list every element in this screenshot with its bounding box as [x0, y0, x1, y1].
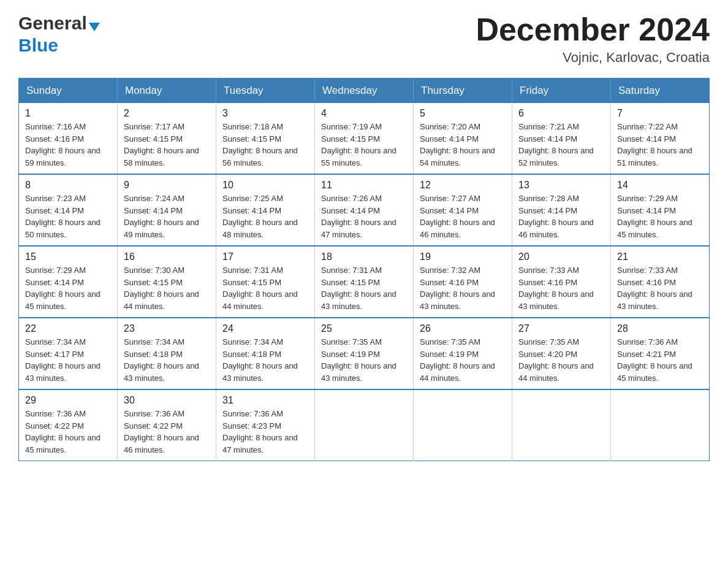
day-info: Sunrise: 7:22 AMSunset: 4:14 PMDaylight:… — [617, 122, 692, 167]
calendar-header-saturday: Saturday — [611, 79, 710, 104]
day-number: 6 — [518, 108, 604, 119]
calendar-cell: 13Sunrise: 7:28 AMSunset: 4:14 PMDayligh… — [512, 174, 611, 246]
day-number: 7 — [617, 108, 703, 119]
day-info: Sunrise: 7:31 AMSunset: 4:15 PMDaylight:… — [321, 266, 396, 311]
day-info: Sunrise: 7:32 AMSunset: 4:16 PMDaylight:… — [420, 266, 495, 311]
calendar-cell: 19Sunrise: 7:32 AMSunset: 4:16 PMDayligh… — [414, 246, 512, 318]
day-info: Sunrise: 7:21 AMSunset: 4:14 PMDaylight:… — [518, 122, 594, 167]
calendar-cell: 31Sunrise: 7:36 AMSunset: 4:23 PMDayligh… — [216, 389, 315, 461]
day-number: 1 — [25, 108, 111, 119]
day-info: Sunrise: 7:36 AMSunset: 4:22 PMDaylight:… — [25, 409, 100, 454]
day-info: Sunrise: 7:31 AMSunset: 4:15 PMDaylight:… — [222, 266, 298, 311]
calendar-cell: 15Sunrise: 7:29 AMSunset: 4:14 PMDayligh… — [19, 246, 118, 318]
day-info: Sunrise: 7:23 AMSunset: 4:14 PMDaylight:… — [25, 194, 100, 239]
day-info: Sunrise: 7:27 AMSunset: 4:14 PMDaylight:… — [420, 194, 495, 239]
day-number: 23 — [124, 323, 210, 334]
logo-arrow-icon — [89, 23, 100, 31]
day-info: Sunrise: 7:29 AMSunset: 4:14 PMDaylight:… — [617, 194, 692, 239]
day-info: Sunrise: 7:29 AMSunset: 4:14 PMDaylight:… — [25, 266, 100, 311]
calendar-cell — [611, 389, 710, 461]
day-number: 11 — [321, 180, 407, 191]
calendar-cell: 30Sunrise: 7:36 AMSunset: 4:22 PMDayligh… — [118, 389, 216, 461]
day-number: 18 — [321, 251, 407, 262]
calendar-cell: 10Sunrise: 7:25 AMSunset: 4:14 PMDayligh… — [216, 174, 315, 246]
day-number: 9 — [124, 180, 210, 191]
logo: General Blue — [18, 12, 100, 56]
calendar-cell: 27Sunrise: 7:35 AMSunset: 4:20 PMDayligh… — [512, 318, 611, 389]
calendar-cell: 17Sunrise: 7:31 AMSunset: 4:15 PMDayligh… — [216, 246, 315, 318]
day-info: Sunrise: 7:17 AMSunset: 4:15 PMDaylight:… — [124, 122, 199, 167]
calendar-cell: 22Sunrise: 7:34 AMSunset: 4:17 PMDayligh… — [19, 318, 118, 389]
day-info: Sunrise: 7:36 AMSunset: 4:22 PMDaylight:… — [124, 409, 199, 454]
day-info: Sunrise: 7:33 AMSunset: 4:16 PMDaylight:… — [518, 266, 594, 311]
day-number: 3 — [222, 108, 308, 119]
day-number: 13 — [518, 180, 604, 191]
page-header: General Blue December 2024 Vojnic, Karlo… — [18, 12, 710, 66]
day-number: 31 — [222, 395, 308, 406]
day-info: Sunrise: 7:18 AMSunset: 4:15 PMDaylight:… — [222, 122, 298, 167]
day-number: 28 — [617, 323, 703, 334]
day-info: Sunrise: 7:36 AMSunset: 4:21 PMDaylight:… — [617, 337, 692, 383]
day-number: 19 — [420, 251, 506, 262]
day-number: 15 — [25, 251, 111, 262]
day-info: Sunrise: 7:36 AMSunset: 4:23 PMDaylight:… — [222, 409, 298, 454]
calendar-cell: 20Sunrise: 7:33 AMSunset: 4:16 PMDayligh… — [512, 246, 611, 318]
day-number: 10 — [222, 180, 308, 191]
logo-general-line: General — [18, 12, 100, 34]
calendar-cell: 7Sunrise: 7:22 AMSunset: 4:14 PMDaylight… — [611, 103, 710, 174]
day-number: 29 — [25, 395, 111, 406]
calendar-cell — [512, 389, 611, 461]
day-number: 25 — [321, 323, 407, 334]
calendar-header-monday: Monday — [118, 79, 216, 104]
calendar-cell: 14Sunrise: 7:29 AMSunset: 4:14 PMDayligh… — [611, 174, 710, 246]
calendar-cell: 18Sunrise: 7:31 AMSunset: 4:15 PMDayligh… — [315, 246, 414, 318]
day-info: Sunrise: 7:20 AMSunset: 4:14 PMDaylight:… — [420, 122, 495, 167]
day-number: 27 — [518, 323, 604, 334]
calendar-cell: 3Sunrise: 7:18 AMSunset: 4:15 PMDaylight… — [216, 103, 315, 174]
day-info: Sunrise: 7:34 AMSunset: 4:18 PMDaylight:… — [222, 337, 298, 383]
day-number: 12 — [420, 180, 506, 191]
calendar-cell: 1Sunrise: 7:16 AMSunset: 4:16 PMDaylight… — [19, 103, 118, 174]
calendar-cell: 4Sunrise: 7:19 AMSunset: 4:15 PMDaylight… — [315, 103, 414, 174]
calendar-header-thursday: Thursday — [414, 79, 512, 104]
calendar-cell: 16Sunrise: 7:30 AMSunset: 4:15 PMDayligh… — [118, 246, 216, 318]
day-info: Sunrise: 7:34 AMSunset: 4:18 PMDaylight:… — [124, 337, 199, 383]
day-info: Sunrise: 7:16 AMSunset: 4:16 PMDaylight:… — [25, 122, 100, 167]
calendar-header-tuesday: Tuesday — [216, 79, 315, 104]
calendar-cell: 29Sunrise: 7:36 AMSunset: 4:22 PMDayligh… — [19, 389, 118, 461]
day-info: Sunrise: 7:33 AMSunset: 4:16 PMDaylight:… — [617, 266, 692, 311]
day-info: Sunrise: 7:34 AMSunset: 4:17 PMDaylight:… — [25, 337, 100, 383]
calendar-cell: 11Sunrise: 7:26 AMSunset: 4:14 PMDayligh… — [315, 174, 414, 246]
calendar-header-sunday: Sunday — [19, 79, 118, 104]
calendar-cell: 6Sunrise: 7:21 AMSunset: 4:14 PMDaylight… — [512, 103, 611, 174]
logo-blue-line: Blue — [18, 34, 100, 56]
calendar-cell — [315, 389, 414, 461]
calendar-cell: 9Sunrise: 7:24 AMSunset: 4:14 PMDaylight… — [118, 174, 216, 246]
day-number: 22 — [25, 323, 111, 334]
calendar-header-wednesday: Wednesday — [315, 79, 414, 104]
day-info: Sunrise: 7:28 AMSunset: 4:14 PMDaylight:… — [518, 194, 594, 239]
month-title: December 2024 — [476, 12, 710, 47]
title-section: December 2024 Vojnic, Karlovac, Croatia — [476, 12, 710, 66]
calendar-cell — [414, 389, 512, 461]
day-info: Sunrise: 7:35 AMSunset: 4:20 PMDaylight:… — [518, 337, 594, 383]
day-number: 17 — [222, 251, 308, 262]
day-number: 8 — [25, 180, 111, 191]
calendar-cell: 26Sunrise: 7:35 AMSunset: 4:19 PMDayligh… — [414, 318, 512, 389]
calendar-cell: 21Sunrise: 7:33 AMSunset: 4:16 PMDayligh… — [611, 246, 710, 318]
day-info: Sunrise: 7:19 AMSunset: 4:15 PMDaylight:… — [321, 122, 396, 167]
day-info: Sunrise: 7:35 AMSunset: 4:19 PMDaylight:… — [420, 337, 495, 383]
day-number: 2 — [124, 108, 210, 119]
day-number: 30 — [124, 395, 210, 406]
calendar-header-friday: Friday — [512, 79, 611, 104]
day-number: 21 — [617, 251, 703, 262]
calendar-cell: 12Sunrise: 7:27 AMSunset: 4:14 PMDayligh… — [414, 174, 512, 246]
calendar-table: SundayMondayTuesdayWednesdayThursdayFrid… — [18, 78, 710, 461]
day-info: Sunrise: 7:25 AMSunset: 4:14 PMDaylight:… — [222, 194, 298, 239]
calendar-cell: 24Sunrise: 7:34 AMSunset: 4:18 PMDayligh… — [216, 318, 315, 389]
calendar-cell: 28Sunrise: 7:36 AMSunset: 4:21 PMDayligh… — [611, 318, 710, 389]
calendar-cell: 23Sunrise: 7:34 AMSunset: 4:18 PMDayligh… — [118, 318, 216, 389]
calendar-cell: 5Sunrise: 7:20 AMSunset: 4:14 PMDaylight… — [414, 103, 512, 174]
day-info: Sunrise: 7:26 AMSunset: 4:14 PMDaylight:… — [321, 194, 396, 239]
day-number: 5 — [420, 108, 506, 119]
